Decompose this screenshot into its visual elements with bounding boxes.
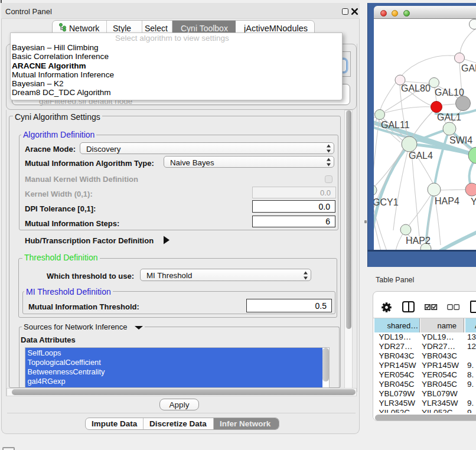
svg-text:GCY1: GCY1 [374,197,399,207]
svg-text:YD: YD [471,197,476,207]
svg-text:SWI4: SWI4 [449,135,472,145]
svg-text:HAP4: HAP4 [435,196,459,206]
svg-text:GAL11: GAL11 [381,120,410,130]
svg-text:HAP2: HAP2 [406,236,431,246]
svg-text:GAL10: GAL10 [435,87,464,97]
svg-text:GAL80: GAL80 [401,83,431,93]
svg-text:GAL4: GAL4 [409,151,433,161]
svg-text:GAL7: GAL7 [461,63,476,73]
svg-text:GAL1: GAL1 [437,112,461,122]
